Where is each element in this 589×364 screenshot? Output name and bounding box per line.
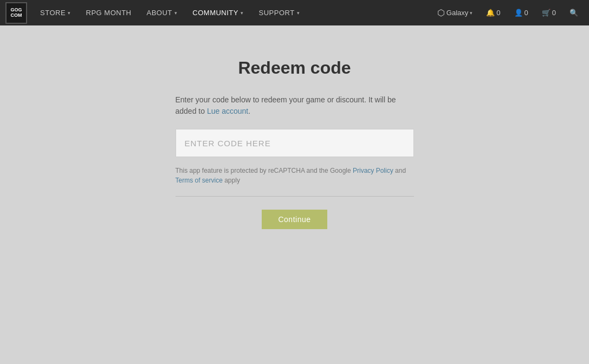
logo[interactable]: GOG COM <box>5 2 27 24</box>
nav-right: ⬡ Galaxy ▾ 🔔 0 👤 0 🛒 0 🔍 <box>432 0 584 25</box>
recaptcha-part1: This app feature is protected by reCAPTC… <box>176 167 353 174</box>
nav-item-about[interactable]: ABOUT ▾ <box>139 0 185 25</box>
notifications-button[interactable]: 🔔 0 <box>481 0 506 25</box>
nav-item-support[interactable]: SUPPORT ▾ <box>251 0 307 25</box>
search-button[interactable]: 🔍 <box>564 0 584 25</box>
main-content: Redeem code Enter your code below to red… <box>0 25 589 229</box>
chevron-down-icon: ▾ <box>68 10 71 16</box>
galaxy-button[interactable]: ⬡ Galaxy ▾ <box>432 0 478 25</box>
galaxy-label: Galaxy <box>446 9 468 17</box>
cart-count: 0 <box>552 9 556 17</box>
user-icon: 👤 <box>514 9 523 17</box>
galaxy-icon: ⬡ <box>437 8 445 18</box>
logo-text: GOG COM <box>10 8 22 18</box>
redeem-container: Enter your code below to redeem your gam… <box>176 94 414 229</box>
code-input[interactable] <box>176 129 414 157</box>
page-title: Redeem code <box>238 58 351 78</box>
nav-item-store[interactable]: STORE ▾ <box>33 0 79 25</box>
description-text: Enter your code below to redeem your gam… <box>176 94 414 117</box>
apply-text: apply <box>223 177 240 184</box>
bell-icon: 🔔 <box>486 9 495 17</box>
chevron-down-icon: ▾ <box>174 10 178 16</box>
account-count: 0 <box>525 9 528 17</box>
account-link[interactable]: Lue account <box>207 107 248 115</box>
nav-item-community[interactable]: COMMUNITY ▾ <box>185 0 251 25</box>
search-icon: 🔍 <box>569 9 578 17</box>
nav-items: STORE ▾ RPG MONTH ABOUT ▾ COMMUNITY ▾ SU… <box>33 0 432 25</box>
account-button[interactable]: 👤 0 <box>509 0 534 25</box>
divider <box>176 196 414 197</box>
cart-button[interactable]: 🛒 0 <box>536 0 561 25</box>
chevron-down-icon: ▾ <box>470 10 473 16</box>
cart-icon: 🛒 <box>542 9 551 17</box>
recaptcha-text: This app feature is protected by reCAPTC… <box>176 166 414 185</box>
navigation: GOG COM STORE ▾ RPG MONTH ABOUT ▾ COMMUN… <box>0 0 589 25</box>
continue-button[interactable]: Continue <box>262 210 327 229</box>
privacy-policy-link[interactable]: Privacy Policy <box>353 167 393 174</box>
notifications-count: 0 <box>496 9 500 17</box>
chevron-down-icon: ▾ <box>297 10 300 16</box>
and-text: and <box>393 167 406 174</box>
chevron-down-icon: ▾ <box>241 10 244 16</box>
terms-link[interactable]: Terms of service <box>176 177 223 184</box>
nav-item-rpgmonth[interactable]: RPG MONTH <box>79 0 139 25</box>
